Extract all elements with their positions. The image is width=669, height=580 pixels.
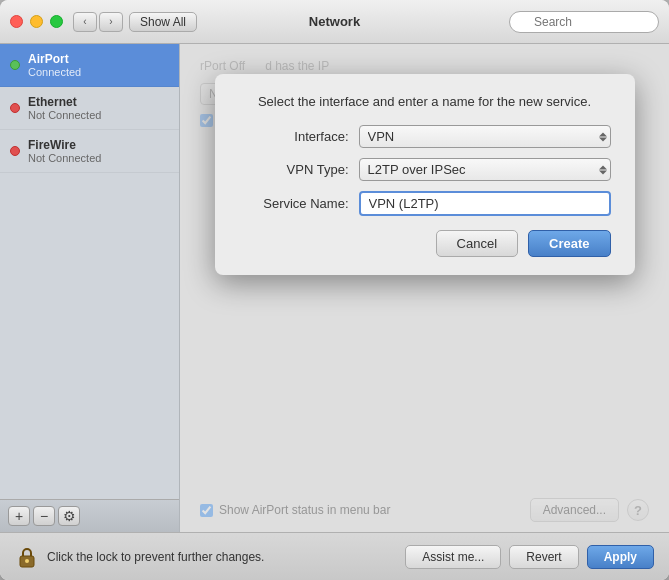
bottom-bar: Click the lock to prevent further change… xyxy=(0,532,669,580)
forward-button[interactable]: › xyxy=(99,12,123,32)
sidebar-item-airport[interactable]: AirPort Connected xyxy=(0,44,179,87)
vpn-type-row: VPN Type: L2TP over IPSec PPTP Cisco IPS… xyxy=(239,158,611,181)
main-panel: rPort Off d has the IP Network Name xyxy=(180,44,669,532)
network-info-firewire: FireWire Not Connected xyxy=(28,138,101,164)
show-all-button[interactable]: Show All xyxy=(129,12,197,32)
interface-select-wrapper: VPN Ethernet AirPort FireWire xyxy=(359,125,611,148)
network-info-airport: AirPort Connected xyxy=(28,52,81,78)
interface-control: VPN Ethernet AirPort FireWire xyxy=(359,125,611,148)
lock-icon[interactable] xyxy=(15,543,39,571)
network-status-ethernet: Not Connected xyxy=(28,109,101,121)
remove-network-button[interactable]: − xyxy=(33,506,55,526)
service-name-input[interactable] xyxy=(359,191,611,216)
close-button[interactable] xyxy=(10,15,23,28)
settings-button[interactable]: ⚙ xyxy=(58,506,80,526)
interface-select[interactable]: VPN Ethernet AirPort FireWire xyxy=(359,125,611,148)
sidebar-item-ethernet[interactable]: Ethernet Not Connected xyxy=(0,87,179,130)
vpn-type-select-wrapper: L2TP over IPSec PPTP Cisco IPSec xyxy=(359,158,611,181)
window-title: Network xyxy=(309,14,360,29)
search-wrapper: 🔍 xyxy=(509,11,659,33)
svg-point-1 xyxy=(25,559,29,563)
dialog-overlay: Select the interface and enter a name fo… xyxy=(180,44,669,532)
network-window: ‹ › Show All Network 🔍 AirPort Connected xyxy=(0,0,669,580)
back-button[interactable]: ‹ xyxy=(73,12,97,32)
service-name-row: Service Name: xyxy=(239,191,611,216)
revert-button[interactable]: Revert xyxy=(509,545,578,569)
apply-button[interactable]: Apply xyxy=(587,545,654,569)
network-name-firewire: FireWire xyxy=(28,138,101,152)
maximize-button[interactable] xyxy=(50,15,63,28)
sidebar-toolbar: + − ⚙ xyxy=(0,499,179,532)
vpn-type-label: VPN Type: xyxy=(239,162,359,177)
sidebar-item-firewire[interactable]: FireWire Not Connected xyxy=(0,130,179,173)
search-input[interactable] xyxy=(509,11,659,33)
assist-button[interactable]: Assist me... xyxy=(405,545,501,569)
network-status-firewire: Not Connected xyxy=(28,152,101,164)
bottom-buttons: Assist me... Revert Apply xyxy=(405,545,654,569)
create-button[interactable]: Create xyxy=(528,230,610,257)
minimize-button[interactable] xyxy=(30,15,43,28)
add-network-button[interactable]: + xyxy=(8,506,30,526)
nav-buttons: ‹ › xyxy=(73,12,123,32)
traffic-lights xyxy=(10,15,63,28)
interface-label: Interface: xyxy=(239,129,359,144)
titlebar: ‹ › Show All Network 🔍 xyxy=(0,0,669,44)
network-status-airport: Connected xyxy=(28,66,81,78)
network-info-ethernet: Ethernet Not Connected xyxy=(28,95,101,121)
interface-row: Interface: VPN Ethernet AirPort FireWire xyxy=(239,125,611,148)
panel-content: rPort Off d has the IP Network Name xyxy=(180,44,669,532)
new-service-dialog: Select the interface and enter a name fo… xyxy=(215,74,635,275)
lock-text: Click the lock to prevent further change… xyxy=(47,550,264,564)
network-name-airport: AirPort xyxy=(28,52,81,66)
network-name-ethernet: Ethernet xyxy=(28,95,101,109)
service-name-label: Service Name: xyxy=(239,196,359,211)
dialog-title: Select the interface and enter a name fo… xyxy=(239,94,611,109)
main-content: AirPort Connected Ethernet Not Connected… xyxy=(0,44,669,532)
dialog-buttons: Cancel Create xyxy=(239,230,611,257)
sidebar: AirPort Connected Ethernet Not Connected… xyxy=(0,44,180,532)
vpn-type-control: L2TP over IPSec PPTP Cisco IPSec xyxy=(359,158,611,181)
vpn-type-select[interactable]: L2TP over IPSec PPTP Cisco IPSec xyxy=(359,158,611,181)
status-dot-firewire xyxy=(10,146,20,156)
status-dot-airport xyxy=(10,60,20,70)
lock-area: Click the lock to prevent further change… xyxy=(15,543,264,571)
service-name-control xyxy=(359,191,611,216)
cancel-button[interactable]: Cancel xyxy=(436,230,518,257)
status-dot-ethernet xyxy=(10,103,20,113)
